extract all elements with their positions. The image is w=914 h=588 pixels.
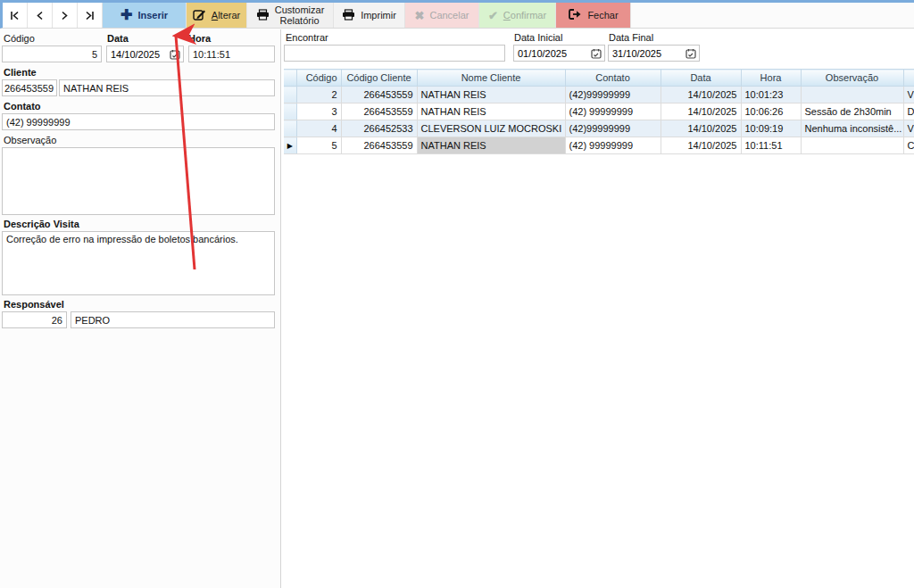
table-cell[interactable]: V [903,87,914,104]
data-field[interactable] [107,49,170,60]
nav-first-button[interactable] [3,3,28,28]
customizar-relatorio-button[interactable]: Customizar Relatório [247,3,334,28]
data-inicial-label: Data Inicial [514,32,562,43]
table-cell[interactable]: 10:09:19 [741,120,801,137]
table-cell[interactable]: (42) 99999999 [565,104,661,120]
table-cell[interactable]: C [903,137,914,154]
table-row[interactable]: ▶5266453559NATHAN REIS(42) 9999999914/10… [284,137,914,154]
observacao-textarea[interactable] [2,147,275,215]
cliente-code-field[interactable] [2,79,57,96]
grid-column-header[interactable]: Contato [565,70,661,87]
table-row[interactable]: 2266453559NATHAN REIS(42)9999999914/10/2… [284,87,914,104]
table-cell[interactable]: Sessão de 2h30min [801,104,903,120]
responsavel-name-field[interactable] [71,311,275,328]
table-cell[interactable]: 10:11:51 [741,137,801,154]
nav-next-icon [61,11,69,21]
hora-label: Hora [188,33,211,44]
nav-previous-button[interactable] [28,3,53,28]
table-cell[interactable] [801,87,903,104]
observacao-label: Observação [4,135,56,145]
record-form-panel: Código Data Hora Cliente Contato Observa… [0,29,281,588]
table-cell[interactable]: 14/10/2025 [661,87,741,104]
table-cell[interactable]: D [903,104,914,120]
table-row[interactable]: 3266453559NATHAN REIS(42) 9999999914/10/… [284,104,914,120]
encontrar-input[interactable] [284,45,505,62]
table-cell[interactable]: 266453559 [341,137,417,154]
contato-label: Contato [4,101,41,112]
row-indicator [284,104,296,120]
results-grid: CódigoCódigo ClienteNome ClienteContatoD… [284,69,914,155]
table-cell[interactable]: NATHAN REIS [417,137,565,154]
data-label: Data [107,33,129,44]
nav-last-button[interactable] [78,3,103,28]
responsavel-label: Responsável [4,299,64,310]
alterar-button[interactable]: Alterar [187,3,247,28]
fechar-button-label: Fechar [587,10,618,21]
data-final-input[interactable] [609,48,686,59]
codigo-field[interactable] [2,46,102,62]
nav-last-icon [85,11,95,21]
grid-column-header[interactable]: Código [296,70,341,87]
alterar-button-label: Alterar [212,10,240,21]
toolbar: ✚ Inserir Alterar Customizar Relatório I… [0,3,914,29]
grid-indicator-header [284,70,296,87]
data-final-label: Data Final [609,32,653,43]
table-cell[interactable]: (42)99999999 [565,87,661,104]
confirmar-button-label: Confirmar [503,10,546,21]
grid-column-header[interactable]: Hora [741,70,801,87]
table-cell[interactable]: (42) 99999999 [565,137,661,154]
table-cell[interactable]: 14/10/2025 [661,104,741,120]
inserir-button[interactable]: ✚ Inserir [103,3,187,28]
table-cell[interactable]: 3 [296,104,341,120]
cliente-name-field[interactable] [59,79,275,96]
table-cell[interactable]: 266453559 [341,104,417,120]
table-row[interactable]: 4266452533CLEVERSON LUIZ MOCROSKI(42)999… [284,120,914,137]
table-cell[interactable]: 266452533 [341,120,417,137]
table-cell[interactable]: 10:06:26 [741,104,801,120]
confirmar-button: ✔ Confirmar [479,3,556,28]
hora-field[interactable] [188,46,275,62]
nav-first-icon [10,11,20,21]
table-cell[interactable]: CLEVERSON LUIZ MOCROSKI [417,120,565,137]
grid-column-header[interactable]: Observação [801,70,903,87]
descricao-visita-textarea[interactable]: Correção de erro na impressão de boletos… [2,231,275,295]
table-cell[interactable]: NATHAN REIS [417,104,565,120]
grid-column-header[interactable]: Nome Cliente [417,70,565,87]
grid-body: 2266453559NATHAN REIS(42)9999999914/10/2… [284,87,914,154]
data-field-wrap [106,46,184,62]
table-cell[interactable]: 4 [296,120,341,137]
data-final-wrap [608,45,700,62]
grid-header: CódigoCódigo ClienteNome ClienteContatoD… [284,70,914,87]
table-cell[interactable]: Nenhuma inconsistê... [801,120,903,137]
table-cell[interactable]: 10:01:23 [741,87,801,104]
table-cell[interactable]: 14/10/2025 [661,137,741,154]
contato-field[interactable] [2,113,275,130]
responsavel-code-field[interactable] [2,311,67,328]
nav-next-button[interactable] [53,3,78,28]
encontrar-label: Encontrar [286,32,328,43]
table-cell[interactable]: 14/10/2025 [661,120,741,137]
customizar-relatorio-label: Customizar Relatório [275,4,325,26]
data-inicial-wrap [513,45,605,62]
table-cell[interactable] [801,137,903,154]
grid-column-header[interactable]: Código Cliente [341,70,417,87]
calendar-icon[interactable] [170,49,180,60]
calendar-icon[interactable] [591,48,602,59]
table-cell[interactable]: 266453559 [341,87,417,104]
table-cell[interactable]: 5 [296,137,341,154]
descricao-visita-label: Descrição Visita [4,219,79,229]
table-cell[interactable]: NATHAN REIS [417,87,565,104]
imprimir-button[interactable]: Imprimir [334,3,405,28]
fechar-button[interactable]: Fechar [556,3,631,28]
calendar-icon[interactable] [686,48,696,59]
table-cell[interactable]: V [903,120,914,137]
search-results-panel: Encontrar Data Inicial Data Final Código… [281,29,914,588]
exit-door-arrow-icon [568,9,582,21]
table-cell[interactable]: (42)99999999 [565,120,661,137]
table-cell[interactable]: 2 [296,87,341,104]
selected-row-indicator: ▶ [284,137,296,154]
data-inicial-input[interactable] [514,48,591,59]
grid-column-header[interactable]: Data [661,70,741,87]
grid-column-header[interactable] [903,70,914,87]
cancel-x-icon: ✖ [415,9,425,22]
